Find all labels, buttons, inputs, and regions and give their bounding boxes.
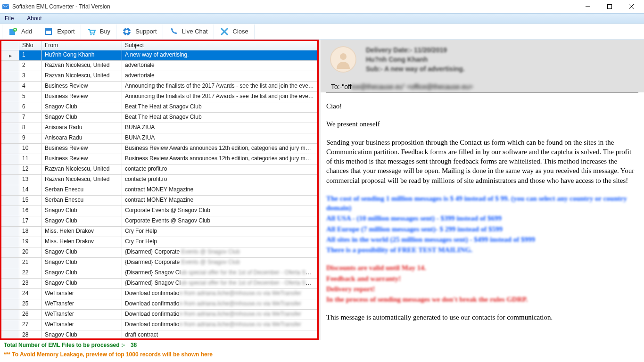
table-row[interactable]: 24WeTransferDownload confirmation from a…: [1, 289, 317, 299]
body-p3: Sending your business proposition throug…: [326, 138, 638, 185]
cell-from: Business Review: [42, 144, 122, 154]
email-grid[interactable]: SNo From Subject ▸1Hu?nh Cong KhanhA new…: [1, 41, 317, 338]
add-button[interactable]: Add: [2, 25, 38, 39]
body-red3: Delivery report!: [326, 284, 638, 294]
window-title: Softaken EML Converter - Trial Version: [12, 3, 110, 10]
cell-subject: Cry For Help: [122, 237, 317, 247]
table-row[interactable]: 6Snagov ClubBeat The Heat at Snagov Club: [1, 102, 317, 113]
body-red2: Feedback and warranty!: [326, 274, 638, 283]
row-marker: [1, 92, 19, 102]
cell-subject: BUNA ZIUA: [122, 123, 317, 133]
table-row[interactable]: 26WeTransferDownload confirmation from a…: [1, 310, 317, 320]
cell-from: WeTransfer: [42, 320, 122, 330]
col-sno[interactable]: SNo: [19, 41, 42, 50]
row-marker: [1, 71, 19, 81]
table-row[interactable]: 23Snagov Club{Disarmed} Snagov Club spec…: [1, 279, 317, 289]
body-red4: In the process of sending messages we do…: [326, 295, 638, 304]
cell-sno: 11: [19, 154, 42, 164]
cell-from: Razvan Nicolescu, United: [42, 175, 122, 185]
row-marker: [1, 237, 19, 247]
livechat-label: Live Chat: [182, 28, 208, 35]
cell-sno: 27: [19, 320, 42, 330]
svg-point-16: [340, 53, 347, 60]
table-row[interactable]: 12Razvan Nicolescu, Unitedcontacte profi…: [1, 165, 317, 175]
col-from[interactable]: From: [42, 41, 122, 50]
table-row[interactable]: 2Razvan Nicolescu, Unitedadvertoriale: [1, 61, 317, 71]
cell-subject: {Disarmed} Corporate Events @ Snagov Clu…: [122, 247, 317, 257]
menu-file[interactable]: File: [5, 15, 14, 22]
table-row[interactable]: 3Razvan Nicolescu, Unitedadvertoriale: [1, 71, 317, 82]
cell-subject: Corporate Events @ Snagov Club: [122, 216, 317, 226]
cell-sno: 24: [19, 289, 42, 299]
maximize-button[interactable]: [599, 0, 620, 13]
svg-point-11: [93, 33, 94, 35]
table-row[interactable]: 4Business ReviewAnnouncing the finalists…: [1, 82, 317, 92]
table-row[interactable]: 18Miss. Helen DrakovCry For Help: [1, 227, 317, 237]
titlebar: Softaken EML Converter - Trial Version: [0, 0, 644, 13]
cell-from: Business Review: [42, 92, 122, 102]
cell-from: WeTransfer: [42, 289, 122, 299]
table-row[interactable]: 15Serban Enescucontract MONEY Magazine: [1, 196, 317, 206]
support-button[interactable]: Support: [116, 25, 163, 39]
buy-icon: [87, 27, 96, 36]
cell-subject: Business Review Awards announces 12th ed…: [122, 154, 317, 164]
cell-from: Razvan Nicolescu, United: [42, 71, 122, 81]
table-row[interactable]: 10Business ReviewBusiness Review Awards …: [1, 144, 317, 154]
table-row[interactable]: 21Snagov Club{Disarmed} Corporate Events…: [1, 258, 317, 268]
table-row[interactable]: ▸1Hu?nh Cong KhanhA new way of advertisi…: [1, 50, 317, 61]
close-button[interactable]: Close: [214, 25, 255, 39]
table-row[interactable]: 13Razvan Nicolescu, Unitedcontacte profi…: [1, 175, 317, 185]
close-window-button[interactable]: [620, 0, 642, 13]
to-prefix: To:-"off: [331, 83, 352, 90]
col-subject[interactable]: Subject: [122, 41, 317, 50]
cell-sno: 28: [19, 330, 42, 338]
table-row[interactable]: 19Miss. Helen DrakovCry For Help: [1, 237, 317, 247]
cell-from: Snagov Club: [42, 206, 122, 216]
cell-sno: 3: [19, 71, 42, 81]
table-row[interactable]: 9Anisoara RaduBUNA ZIUA: [1, 133, 317, 144]
body-red1: Discounts are valid until May 14.: [326, 263, 638, 272]
email-preview[interactable]: Delivery Date:- 11/20/2019 Hu?nh Cong Kh…: [321, 40, 644, 340]
cell-subject: contract MONEY Magazine: [122, 196, 317, 206]
table-row[interactable]: 17Snagov ClubCorporate Events @ Snagov C…: [1, 216, 317, 227]
cell-sno: 15: [19, 196, 42, 206]
cell-subject: Cry For Help: [122, 227, 317, 237]
table-row[interactable]: 20Snagov Club{Disarmed} Corporate Events…: [1, 247, 317, 258]
table-row[interactable]: 8Anisoara RaduBUNA ZIUA: [1, 123, 317, 133]
svg-rect-2: [608, 5, 612, 9]
cell-subject: contract MONEY Magazine: [122, 185, 317, 195]
cell-subject: contacte profit.ro: [122, 175, 317, 185]
export-button[interactable]: Export: [38, 25, 81, 39]
table-row[interactable]: 28Snagov Clubdraft contract: [1, 330, 317, 338]
menubar: File About: [0, 13, 644, 24]
cell-sno: 12: [19, 165, 42, 174]
preview-body: Ciao! We present oneself Sending your bu…: [326, 92, 638, 339]
table-row[interactable]: 16Snagov ClubCorporate Events @ Snagov C…: [1, 206, 317, 216]
table-row[interactable]: 5Business ReviewAnnouncing the finalists…: [1, 92, 317, 102]
row-marker: [1, 82, 19, 91]
cell-from: Serban Enescu: [42, 196, 122, 206]
row-marker: [1, 279, 19, 288]
table-row[interactable]: 7Snagov ClubBeat The Heat at Snagov Club: [1, 113, 317, 123]
table-row[interactable]: 14Serban Enescucontract MONEY Magazine: [1, 185, 317, 196]
table-row[interactable]: 27WeTransferDownload confirmation from a…: [1, 320, 317, 330]
preview-subject: Sub:- A new way of advertising.: [366, 65, 465, 73]
table-row[interactable]: 22Snagov Club{Disarmed} Snagov Club spec…: [1, 268, 317, 279]
add-label: Add: [21, 28, 32, 35]
table-row[interactable]: 25WeTransferDownload confirmation from a…: [1, 299, 317, 310]
cell-subject: {Disarmed} Snagov Club special offer for…: [122, 268, 317, 278]
svg-rect-9: [46, 29, 51, 31]
cell-subject: Announcing the finalists of the 2017 Awa…: [122, 92, 317, 102]
cell-from: Business Review: [42, 154, 122, 164]
minimize-button[interactable]: [577, 0, 599, 13]
buy-button[interactable]: Buy: [81, 25, 116, 39]
cell-from: Snagov Club: [42, 330, 122, 338]
app-icon: [2, 3, 9, 10]
menu-about[interactable]: About: [27, 15, 41, 22]
row-marker: [1, 102, 19, 112]
livechat-button[interactable]: Live Chat: [163, 25, 214, 39]
cell-subject: advertoriale: [122, 61, 317, 71]
table-row[interactable]: 11Business ReviewBusiness Review Awards …: [1, 154, 317, 165]
cell-subject: {Disarmed} Snagov Club special offer for…: [122, 279, 317, 288]
body-blue2: All USA - (10 million messages sent) - $…: [326, 214, 638, 223]
